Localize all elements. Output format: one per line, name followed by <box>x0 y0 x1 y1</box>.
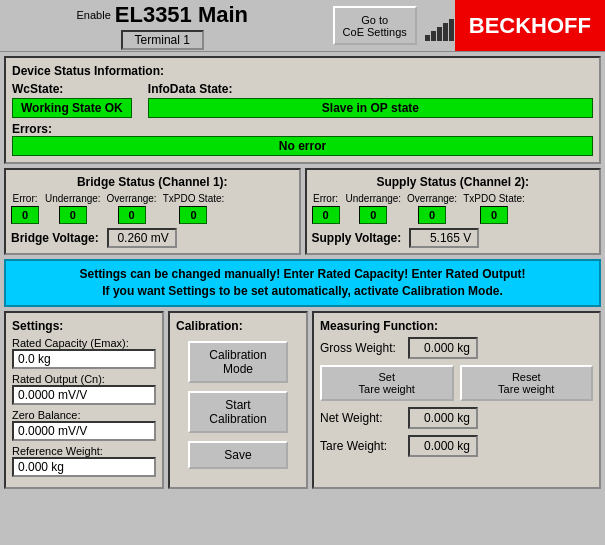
wc-state-value: Working State OK <box>12 98 132 118</box>
rated-output-input[interactable] <box>12 385 156 405</box>
rated-capacity-label: Rated Capacity (Emax): <box>12 337 156 349</box>
supply-overrange-label: Overrange: <box>407 193 457 204</box>
info-data-value: Slave in OP state <box>148 98 593 118</box>
device-status-title: Device Status Information: <box>12 64 593 78</box>
bridge-error-led: 0 <box>11 206 39 224</box>
bridge-indicator-row: Error: 0 Underrange: 0 Overrange: 0 TxPD… <box>11 193 294 224</box>
reference-weight-group: Reference Weight: <box>12 445 156 477</box>
header-left: Enable EL3351 Main Terminal 1 <box>0 0 325 51</box>
calibration-title: Calibration: <box>176 319 300 333</box>
signal-icon <box>425 0 455 51</box>
tare-weight-label: Tare Weight: <box>320 439 400 453</box>
bridge-txpdo-label: TxPDO State: <box>163 193 225 204</box>
supply-error-led: 0 <box>312 206 340 224</box>
save-button[interactable]: Save <box>188 441 288 469</box>
supply-overrange-led: 0 <box>418 206 446 224</box>
calibration-mode-button[interactable]: CalibrationMode <box>188 341 288 383</box>
calibration-panel: Calibration: CalibrationMode StartCalibr… <box>168 311 308 489</box>
bridge-underrange-label: Underrange: <box>45 193 101 204</box>
net-weight-label: Net Weight: <box>320 411 400 425</box>
gross-weight-value: 0.000 kg <box>408 337 478 359</box>
tare-weight-value: 0.000 kg <box>408 435 478 457</box>
reset-tare-weight-button[interactable]: ResetTare weight <box>460 365 594 401</box>
header-title-row: Enable EL3351 Main <box>77 2 249 28</box>
gross-weight-row: Gross Weight: 0.000 kg <box>320 337 593 359</box>
settings-title: Settings: <box>12 319 156 333</box>
start-calibration-button[interactable]: StartCalibration <box>188 391 288 433</box>
info-data-col: InfoData State: Slave in OP state <box>148 82 593 118</box>
zero-balance-label: Zero Balance: <box>12 409 156 421</box>
set-tare-weight-button[interactable]: SetTare weight <box>320 365 454 401</box>
supply-indicator-row: Error: 0 Underrange: 0 Overrange: 0 TxPD… <box>312 193 595 224</box>
bridge-voltage-row: Bridge Voltage: 0.260 mV <box>11 228 294 248</box>
supply-error-label: Error: <box>313 193 338 204</box>
supply-overrange-col: Overrange: 0 <box>407 193 457 224</box>
bridge-voltage-value: 0.260 mV <box>107 228 177 248</box>
tare-weight-row: Tare Weight: 0.000 kg <box>320 435 593 457</box>
rated-output-label: Rated Output (Cn): <box>12 373 156 385</box>
measuring-panel: Measuring Function: Gross Weight: 0.000 … <box>312 311 601 489</box>
supply-panel: Supply Status (Channel 2): Error: 0 Unde… <box>305 168 602 255</box>
goto-coe-button[interactable]: Go toCoE Settings <box>333 6 417 45</box>
warning-banner: Settings can be changed manually! Enter … <box>4 259 601 307</box>
rated-capacity-group: Rated Capacity (Emax): <box>12 337 156 369</box>
device-status-section: Device Status Information: WcState: Work… <box>4 56 601 164</box>
bridge-supply-row: Bridge Status (Channel 1): Error: 0 Unde… <box>4 168 601 255</box>
settings-panel: Settings: Rated Capacity (Emax): Rated O… <box>4 311 164 489</box>
wc-state-col: WcState: Working State OK <box>12 82 132 118</box>
terminal-badge: Terminal 1 <box>121 30 204 50</box>
warning-line1: Settings can be changed manually! Enter … <box>79 267 525 281</box>
supply-underrange-label: Underrange: <box>346 193 402 204</box>
bridge-overrange-col: Overrange: 0 <box>107 193 157 224</box>
enable-label: Enable <box>77 9 111 21</box>
bottom-row: Settings: Rated Capacity (Emax): Rated O… <box>4 311 601 489</box>
wc-state-label: WcState: <box>12 82 132 96</box>
info-data-label: InfoData State: <box>148 82 593 96</box>
bridge-panel: Bridge Status (Channel 1): Error: 0 Unde… <box>4 168 301 255</box>
supply-voltage-row: Supply Voltage: 5.165 V <box>312 228 595 248</box>
beckhoff-logo: BECKHOFF <box>455 0 605 51</box>
supply-voltage-value: 5.165 V <box>409 228 479 248</box>
tare-btn-row: SetTare weight ResetTare weight <box>320 365 593 401</box>
bridge-txpdo-col: TxPDO State: 0 <box>163 193 225 224</box>
bridge-title: Bridge Status (Channel 1): <box>11 175 294 189</box>
supply-txpdo-led: 0 <box>480 206 508 224</box>
bridge-underrange-col: Underrange: 0 <box>45 193 101 224</box>
errors-value: No error <box>12 136 593 156</box>
bridge-overrange-label: Overrange: <box>107 193 157 204</box>
supply-txpdo-label: TxPDO State: <box>463 193 525 204</box>
bridge-txpdo-led: 0 <box>179 206 207 224</box>
main-title: EL3351 Main <box>115 2 248 28</box>
header: Enable EL3351 Main Terminal 1 Go toCoE S… <box>0 0 605 52</box>
zero-balance-input[interactable] <box>12 421 156 441</box>
rated-capacity-input[interactable] <box>12 349 156 369</box>
supply-error-col: Error: 0 <box>312 193 340 224</box>
bridge-error-col: Error: 0 <box>11 193 39 224</box>
errors-label: Errors: <box>12 122 52 136</box>
bridge-underrange-led: 0 <box>59 206 87 224</box>
status-row: WcState: Working State OK InfoData State… <box>12 82 593 118</box>
net-weight-value: 0.000 kg <box>408 407 478 429</box>
supply-voltage-label: Supply Voltage: <box>312 231 402 245</box>
gross-weight-label: Gross Weight: <box>320 341 400 355</box>
reference-weight-label: Reference Weight: <box>12 445 156 457</box>
measuring-title: Measuring Function: <box>320 319 593 333</box>
net-weight-row: Net Weight: 0.000 kg <box>320 407 593 429</box>
bridge-voltage-label: Bridge Voltage: <box>11 231 99 245</box>
bridge-error-label: Error: <box>13 193 38 204</box>
signal-bars <box>425 11 454 41</box>
zero-balance-group: Zero Balance: <box>12 409 156 441</box>
reference-weight-input[interactable] <box>12 457 156 477</box>
supply-txpdo-col: TxPDO State: 0 <box>463 193 525 224</box>
rated-output-group: Rated Output (Cn): <box>12 373 156 405</box>
warning-line2: If you want Settings to be set automatic… <box>102 284 503 298</box>
supply-underrange-col: Underrange: 0 <box>346 193 402 224</box>
supply-underrange-led: 0 <box>359 206 387 224</box>
bridge-overrange-led: 0 <box>118 206 146 224</box>
errors-row: Errors: No error <box>12 122 593 156</box>
supply-title: Supply Status (Channel 2): <box>312 175 595 189</box>
